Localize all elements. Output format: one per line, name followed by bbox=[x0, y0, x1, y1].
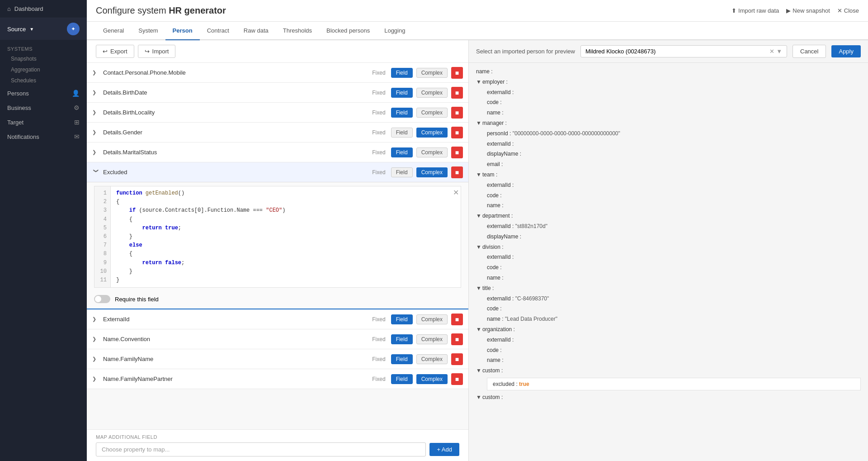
map-field-select[interactable]: Choose property to map... bbox=[96, 442, 426, 456]
preview-header: Select an imported person for preview Mi… bbox=[469, 40, 868, 63]
require-toggle[interactable] bbox=[94, 295, 110, 303]
chevron-down-icon: ▼ bbox=[29, 27, 34, 32]
field-btn-field[interactable]: Field bbox=[391, 374, 413, 384]
tab-system[interactable]: System bbox=[131, 22, 165, 40]
hl-key: excluded bbox=[493, 381, 514, 387]
sidebar-item-snapshots[interactable]: Snapshots bbox=[0, 53, 87, 64]
import-raw-button[interactable]: ⬆ Import raw data bbox=[731, 7, 779, 14]
chevron-icon[interactable]: ❯ bbox=[92, 109, 99, 115]
sidebar-item-dashboard[interactable]: ⌂ Dashboard bbox=[0, 0, 87, 18]
field-btn-field[interactable]: Field bbox=[391, 334, 413, 344]
chevron-icon[interactable]: ❯ bbox=[92, 336, 99, 342]
sidebar-item-aggregation[interactable]: Aggregation bbox=[0, 64, 87, 75]
field-delete-button[interactable]: ■ bbox=[451, 353, 463, 365]
field-delete-button[interactable]: ■ bbox=[451, 127, 463, 138]
tree-node-manager-email: email : bbox=[476, 159, 861, 170]
code-content[interactable]: function getEnabled() { if (source.Contr… bbox=[111, 186, 461, 287]
sidebar-item-persons[interactable]: Persons 👤 bbox=[0, 86, 87, 100]
field-delete-button[interactable]: ■ bbox=[451, 87, 463, 99]
business-icon: ⚙ bbox=[74, 104, 80, 111]
field-delete-button[interactable]: ■ bbox=[451, 166, 463, 178]
import-button[interactable]: ↪ Import bbox=[138, 45, 176, 58]
tab-thresholds[interactable]: Thresholds bbox=[276, 22, 319, 40]
tab-blocked-persons[interactable]: Blocked persons bbox=[319, 22, 377, 40]
tab-raw-data[interactable]: Raw data bbox=[236, 22, 276, 40]
tree-node-manager-personid: personId : "00000000-0000-0000-0000-0000… bbox=[476, 128, 861, 139]
field-btn-complex[interactable]: Complex bbox=[416, 314, 448, 324]
tree-node-dept-displayname: displayName : bbox=[476, 232, 861, 242]
field-btn-field[interactable]: Field bbox=[391, 108, 413, 118]
field-btn-field[interactable]: Field bbox=[391, 128, 413, 138]
tab-contract[interactable]: Contract bbox=[200, 22, 236, 40]
cancel-button[interactable]: Cancel bbox=[793, 45, 826, 58]
import-icon: ⬆ bbox=[731, 7, 736, 14]
highlight-box: excluded : true bbox=[487, 378, 861, 390]
require-row: Require this field bbox=[87, 291, 468, 309]
tree-node-organization: ▼organization : bbox=[476, 324, 861, 335]
field-btn-complex[interactable]: Complex bbox=[416, 108, 448, 118]
field-btn-complex-active[interactable]: Complex bbox=[416, 128, 448, 138]
field-btn-complex[interactable]: Complex bbox=[416, 147, 448, 157]
main-content: Configure system HR generator ⬆ Import r… bbox=[87, 0, 868, 461]
field-btn-field[interactable]: Field bbox=[391, 68, 413, 78]
field-delete-button[interactable]: ■ bbox=[451, 373, 463, 385]
sidebar-item-notifications[interactable]: Notifications ✉ bbox=[0, 129, 87, 144]
sidebar-item-target[interactable]: Target ⊞ bbox=[0, 115, 87, 129]
fields-panel: ↩ Export ↪ Import ❯ Contact.Personal.Pho… bbox=[87, 40, 469, 461]
main-header: Configure system HR generator ⬆ Import r… bbox=[87, 0, 868, 22]
chevron-icon[interactable]: ❯ bbox=[92, 316, 99, 322]
tree-node-dept-externalid: externalId : "st882n170d" bbox=[476, 221, 861, 232]
field-btn-field[interactable]: Field bbox=[391, 88, 413, 98]
chevron-icon[interactable]: ❯ bbox=[92, 70, 99, 76]
tab-general[interactable]: General bbox=[96, 22, 131, 40]
tab-person[interactable]: Person bbox=[165, 22, 200, 40]
field-btn-field[interactable]: Field bbox=[391, 147, 413, 157]
add-field-button[interactable]: + Add bbox=[429, 443, 459, 456]
tree-node-employer-code: code : bbox=[476, 97, 861, 108]
field-row-birthlocality: ❯ Details.BirthLocality Fixed Field Comp… bbox=[87, 103, 468, 123]
chevron-icon[interactable]: ❯ bbox=[92, 90, 99, 95]
field-btn-complex[interactable]: Complex bbox=[416, 354, 448, 364]
chevron-icon[interactable]: ❯ bbox=[92, 356, 99, 362]
chevron-down-icon[interactable]: ❯ bbox=[93, 169, 99, 176]
field-delete-button[interactable]: ■ bbox=[451, 333, 463, 345]
field-btn-field[interactable]: Field bbox=[391, 314, 413, 324]
sidebar-source[interactable]: Source ▼ ✦ bbox=[0, 18, 87, 40]
field-delete-button[interactable]: ■ bbox=[451, 314, 463, 325]
chevron-icon[interactable]: ❯ bbox=[92, 129, 99, 135]
field-btn-complex-active[interactable]: Complex bbox=[416, 167, 448, 177]
sidebar-item-business[interactable]: Business ⚙ bbox=[0, 100, 87, 115]
tree-node-title-name: name : "Lead Data Producer" bbox=[476, 314, 861, 324]
tree-node-custom: ▼custom : bbox=[476, 366, 861, 376]
field-btn-field[interactable]: Field bbox=[391, 354, 413, 364]
field-btn-field[interactable]: Field bbox=[391, 167, 413, 177]
tree-node-team: ▼team : bbox=[476, 170, 861, 180]
export-button[interactable]: ↩ Export bbox=[96, 45, 134, 58]
tree-node-division: ▼division : bbox=[476, 242, 861, 252]
field-btn-complex-active[interactable]: Complex bbox=[416, 374, 448, 384]
field-row-familynamepartner: ❯ Name.FamilyNamePartner Fixed Field Com… bbox=[87, 369, 468, 389]
dropdown-icon[interactable]: ▼ bbox=[776, 48, 782, 55]
chevron-icon[interactable]: ❯ bbox=[92, 376, 99, 382]
code-editor: ✕ 1234567891011 function getEnabled() { … bbox=[94, 186, 461, 288]
field-delete-button[interactable]: ■ bbox=[451, 67, 463, 79]
preview-tree: name : ▼employer : externalId : code : n… bbox=[469, 63, 868, 461]
sidebar-item-schedules[interactable]: Schedules bbox=[0, 75, 87, 86]
field-delete-button[interactable]: ■ bbox=[451, 107, 463, 119]
tab-logging[interactable]: Logging bbox=[377, 22, 412, 40]
apply-button[interactable]: Apply bbox=[831, 45, 861, 57]
tree-node-title-code: code : bbox=[476, 304, 861, 314]
page-title: Configure system HR generator bbox=[96, 5, 226, 16]
field-btn-complex[interactable]: Complex bbox=[416, 88, 448, 98]
clear-icon[interactable]: ✕ bbox=[769, 48, 774, 55]
close-code-button[interactable]: ✕ bbox=[453, 188, 459, 197]
new-snapshot-button[interactable]: ▶ New snapshot bbox=[786, 7, 830, 14]
chevron-icon[interactable]: ❯ bbox=[92, 149, 99, 155]
field-delete-button[interactable]: ■ bbox=[451, 147, 463, 158]
close-button[interactable]: ✕ Close bbox=[837, 7, 859, 14]
tree-node-name: name : bbox=[476, 67, 861, 77]
field-btn-complex[interactable]: Complex bbox=[416, 68, 448, 78]
fields-list: ❯ Contact.Personal.Phone.Mobile Fixed Fi… bbox=[87, 63, 468, 429]
field-btn-complex[interactable]: Complex bbox=[416, 334, 448, 344]
preview-person-select[interactable]: Mildred Klocko (00248673) ✕ ▼ bbox=[580, 45, 787, 57]
